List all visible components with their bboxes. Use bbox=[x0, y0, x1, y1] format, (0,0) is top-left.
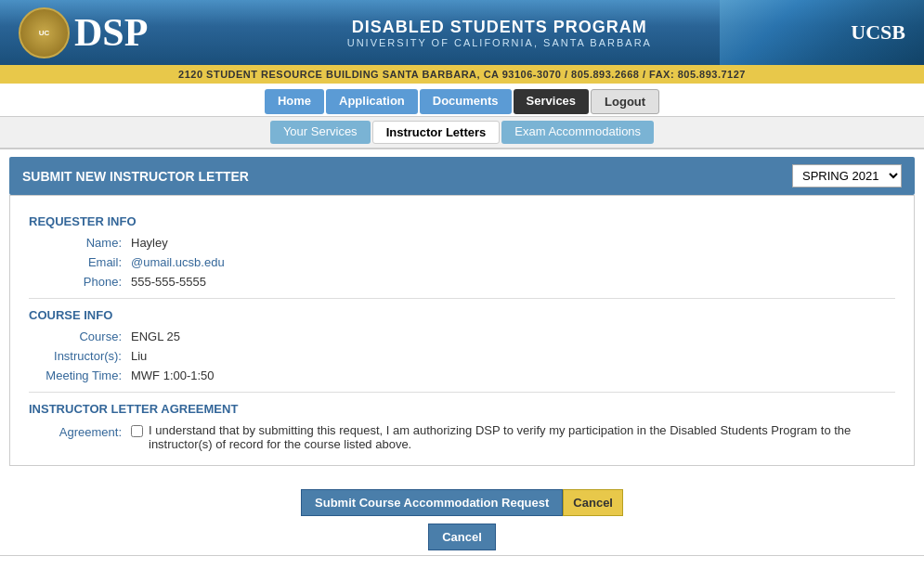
footer-sa-block: SA HOME bbox=[9, 565, 38, 569]
subnav-your-services[interactable]: Your Services bbox=[270, 121, 371, 144]
name-label: Name: bbox=[29, 236, 131, 250]
subnav-exam-accommodations[interactable]: Exam Accommodations bbox=[501, 121, 654, 144]
nav-home[interactable]: Home bbox=[265, 89, 324, 114]
email-label: Email: bbox=[29, 255, 131, 269]
meeting-time-label: Meeting Time: bbox=[29, 369, 131, 382]
meeting-time-value: MWF 1:00-1:50 bbox=[131, 369, 215, 382]
phone-label: Phone: bbox=[29, 275, 131, 289]
agreement-text: I understand that by submitting this req… bbox=[149, 423, 892, 451]
email-link[interactable]: @umail.ucsb.edu bbox=[131, 255, 225, 269]
phone-row: Phone: 555-555-5555 bbox=[29, 275, 895, 289]
submit-button[interactable]: Submit Course Accommodation Request bbox=[301, 489, 563, 516]
sub-nav: Your Services Instructor Letters Exam Ac… bbox=[0, 117, 924, 149]
button-area: Submit Course Accommodation RequestCance… bbox=[0, 475, 924, 555]
page-title: SUBMIT NEW INSTRUCTOR LETTER bbox=[22, 169, 249, 184]
header: UC DSP DISABLED STUDENTS PROGRAM UNIVERS… bbox=[0, 0, 924, 65]
seal-icon: UC bbox=[19, 7, 70, 58]
ucsb-logo: UCSB bbox=[851, 20, 905, 45]
dsp-logo: UC DSP bbox=[19, 7, 148, 58]
instructor-label: Instructor(s): bbox=[29, 349, 131, 363]
course-label: Course: bbox=[29, 330, 131, 343]
footer: SA HOME UCSB HOME Copyright ©2021 The Re… bbox=[0, 555, 924, 569]
requester-info-label: REQUESTER INFO bbox=[29, 214, 895, 228]
email-row: Email: @umail.ucsb.edu bbox=[29, 255, 895, 269]
agreement-row: Agreement: I understand that by submitti… bbox=[29, 423, 895, 451]
instructor-value: Liu bbox=[131, 349, 147, 363]
meeting-time-row: Meeting Time: MWF 1:00-1:50 bbox=[29, 369, 895, 382]
instructor-row: Instructor(s): Liu bbox=[29, 349, 895, 363]
course-info-label: COURSE INFO bbox=[29, 308, 895, 322]
agreement-label: Agreement: bbox=[29, 423, 131, 439]
cancel-button[interactable]: Cancel bbox=[428, 524, 496, 550]
course-value: ENGL 25 bbox=[131, 330, 180, 343]
cancel-inline-button[interactable]: Cancel bbox=[563, 489, 623, 516]
agreement-checkbox[interactable] bbox=[131, 425, 143, 437]
form-content: REQUESTER INFO Name: Hayley Email: @umai… bbox=[9, 195, 915, 466]
email-value: @umail.ucsb.edu bbox=[131, 255, 225, 269]
subnav-instructor-letters[interactable]: Instructor Letters bbox=[372, 121, 501, 144]
section-header: SUBMIT NEW INSTRUCTOR LETTER SPRING 2021… bbox=[9, 157, 915, 195]
term-select[interactable]: SPRING 2021 WINTER 2021 FALL 2020 bbox=[792, 164, 902, 188]
university-name: UNIVERSITY OF CALIFORNIA, SANTA BARBARA bbox=[347, 37, 652, 48]
course-row: Course: ENGL 25 bbox=[29, 330, 895, 343]
agreement-text-container: I understand that by submitting this req… bbox=[131, 423, 892, 451]
name-value: Hayley bbox=[131, 236, 168, 250]
nav-documents[interactable]: Documents bbox=[420, 89, 512, 114]
program-title: DISABLED STUDENTS PROGRAM UNIVERSITY OF … bbox=[347, 18, 652, 48]
agreement-section-label: INSTRUCTOR LETTER AGREEMENT bbox=[29, 402, 895, 416]
program-name: DISABLED STUDENTS PROGRAM bbox=[347, 18, 652, 37]
phone-value: 555-555-5555 bbox=[131, 275, 206, 289]
dsp-abbr: DSP bbox=[74, 13, 148, 52]
nav-application[interactable]: Application bbox=[326, 89, 418, 114]
name-row: Name: Hayley bbox=[29, 236, 895, 250]
sa-logo[interactable]: SA bbox=[9, 565, 38, 569]
nav-services[interactable]: Services bbox=[514, 89, 590, 114]
address-bar: 2120 STUDENT RESOURCE BUILDING SANTA BAR… bbox=[0, 65, 924, 84]
footer-logos: SA HOME UCSB HOME bbox=[9, 565, 92, 569]
main-nav: Home Application Documents Services Logo… bbox=[0, 84, 924, 117]
nav-logout[interactable]: Logout bbox=[591, 89, 659, 114]
